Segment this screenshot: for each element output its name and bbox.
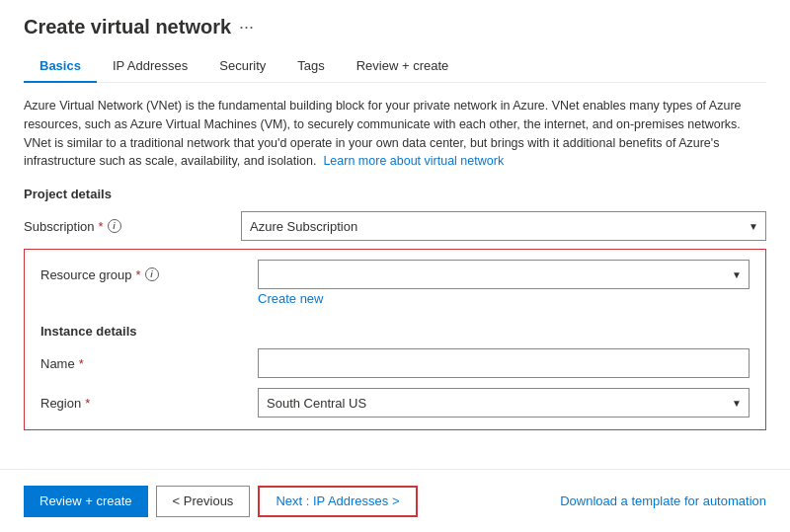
project-details-title: Project details — [24, 187, 766, 201]
tab-review-create[interactable]: Review + create — [341, 50, 465, 83]
region-row: Region * South Central US East US West U… — [40, 388, 750, 418]
next-button[interactable]: Next : IP Addresses > — [258, 486, 417, 517]
name-label: Name — [40, 356, 75, 371]
subscription-info-icon[interactable]: i — [108, 219, 121, 233]
region-label: Region — [40, 396, 81, 411]
tab-ip-addresses[interactable]: IP Addresses — [97, 50, 203, 83]
resource-group-info-icon[interactable]: i — [145, 267, 159, 281]
resource-group-required: * — [136, 267, 141, 282]
resource-group-select[interactable] — [258, 260, 750, 289]
previous-button[interactable]: < Previous — [156, 486, 251, 517]
download-template-link[interactable]: Download a template for automation — [560, 494, 766, 508]
tab-bar: Basics IP Addresses Security Tags Review… — [24, 50, 766, 83]
name-required: * — [79, 356, 84, 371]
subscription-label: Subscription — [24, 219, 95, 234]
region-select[interactable]: South Central US East US West US North E… — [258, 388, 750, 418]
subscription-select[interactable]: Azure Subscription — [241, 211, 766, 241]
footer: Review + create < Previous Next : IP Add… — [0, 469, 790, 532]
name-input[interactable] — [258, 348, 750, 378]
tab-basics[interactable]: Basics — [24, 50, 97, 83]
resource-group-row: Resource group * i ▼ — [40, 260, 750, 289]
subscription-required: * — [99, 219, 104, 234]
create-new-link[interactable]: Create new — [258, 291, 750, 306]
tab-security[interactable]: Security — [203, 50, 281, 83]
learn-more-link[interactable]: Learn more about virtual network — [323, 154, 504, 168]
description-text: Azure Virtual Network (VNet) is the fund… — [24, 97, 766, 171]
name-row: Name * — [40, 348, 750, 378]
title-menu-icon[interactable]: ··· — [239, 17, 254, 38]
instance-details-title: Instance details — [40, 324, 750, 339]
resource-group-label: Resource group — [40, 267, 132, 282]
subscription-row: Subscription * i Azure Subscription ▼ — [24, 211, 766, 241]
review-create-button[interactable]: Review + create — [24, 486, 148, 517]
page-title: Create virtual network — [24, 16, 231, 38]
tab-tags[interactable]: Tags — [281, 50, 340, 83]
region-required: * — [85, 396, 90, 411]
required-fields-section: Resource group * i ▼ Create new — [24, 249, 766, 430]
